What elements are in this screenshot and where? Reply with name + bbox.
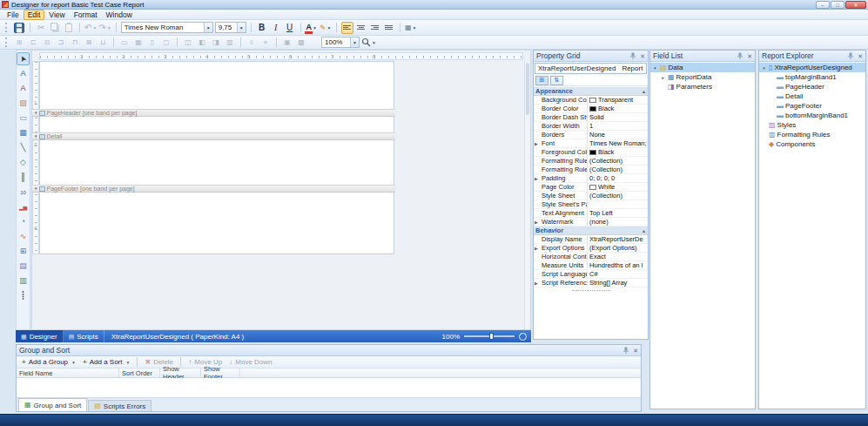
add-a-sort-button[interactable]: +Add a Sort▼: [80, 357, 132, 368]
group-sort-content[interactable]: [17, 378, 641, 397]
cut-button[interactable]: ✂: [35, 22, 47, 34]
make-same-width-button[interactable]: ▭: [118, 37, 131, 49]
menu-file[interactable]: File: [3, 10, 24, 20]
align-left-button[interactable]: [341, 22, 353, 34]
expand-icon[interactable]: ▶: [535, 218, 538, 226]
tree-item-xtrareportuserdesigned[interactable]: ▾▯XtraReportUserDesigned: [759, 63, 865, 72]
property-row[interactable]: ▶Export Options(Export Options): [534, 244, 648, 253]
align-right-edges-button[interactable]: ⊐: [55, 37, 67, 49]
property-row[interactable]: Border Width1: [534, 122, 648, 131]
menu-view[interactable]: View: [44, 10, 69, 20]
tree-item-data[interactable]: ▾▤Data: [650, 63, 755, 72]
paste-button[interactable]: [63, 22, 75, 34]
align-justify-button[interactable]: [383, 22, 395, 34]
property-value[interactable]: String[] Array: [588, 279, 648, 287]
vertical-ruler[interactable]: 1234: [32, 61, 39, 254]
undo-button[interactable]: ↶▼: [84, 22, 97, 34]
tree-item-detail[interactable]: ▬Detail: [759, 91, 865, 101]
property-row[interactable]: Background ColTransparent: [534, 96, 648, 105]
borders-button[interactable]: ▦▼: [405, 22, 417, 34]
zoom-slider[interactable]: [464, 335, 515, 337]
align-tops-button[interactable]: ⊓: [69, 37, 81, 49]
tool-cross-band-line[interactable]: ┋: [17, 289, 30, 302]
tree-item-pagefooter[interactable]: ▬PageFooter: [759, 101, 865, 111]
tree-item-styles[interactable]: ▨Styles: [759, 120, 865, 130]
property-row[interactable]: Page ColorWhite: [534, 183, 648, 192]
decrease-horizontal-spacing-button[interactable]: ◨: [210, 37, 222, 49]
design-surface[interactable]: 12345678 1234 ▾ PageHeader [one band per…: [31, 50, 531, 330]
tree-item-formatting-rules[interactable]: ▥Formatting Rules: [759, 130, 865, 139]
tool-pointer[interactable]: ➤: [17, 52, 30, 65]
tool-table[interactable]: ▦: [17, 126, 30, 139]
tree-item-reportdata[interactable]: ▸▦ReportData: [650, 72, 755, 82]
property-row[interactable]: Script LanguageC#: [534, 270, 648, 279]
align-to-grid-button[interactable]: ⊞: [13, 37, 25, 49]
property-value[interactable]: 1: [588, 122, 648, 130]
property-value[interactable]: (Collection): [588, 166, 648, 173]
tool-label[interactable]: A: [17, 67, 30, 80]
tool-page-info[interactable]: ▥: [17, 274, 30, 287]
save-button[interactable]: [13, 22, 25, 34]
align-left-edges-button[interactable]: ⊏: [27, 37, 39, 49]
category-behavior[interactable]: Behavior▲: [534, 227, 648, 235]
tool-panel[interactable]: ▭: [17, 112, 30, 125]
tool-chart[interactable]: ▂▅: [17, 200, 30, 213]
close-icon[interactable]: ✕: [858, 53, 863, 59]
make-same-height-button[interactable]: ▯: [146, 37, 158, 49]
property-row[interactable]: Style Sheet(Collection): [534, 192, 648, 200]
band-caption-pageheader[interactable]: ▾ PageHeader [one band per page]: [32, 109, 395, 117]
tool-subreport[interactable]: ▤: [17, 260, 30, 273]
property-value[interactable]: Transparent: [588, 96, 648, 104]
property-row[interactable]: ▶Script ReferencString[] Array: [534, 279, 648, 287]
property-value[interactable]: Black: [588, 148, 648, 156]
center-vertically-button[interactable]: ⋄: [259, 37, 272, 49]
horizontal-ruler[interactable]: 12345678: [39, 52, 523, 60]
property-row[interactable]: Border ColorBlack: [534, 105, 648, 113]
align-center-button[interactable]: [355, 22, 367, 34]
tree-item-pageheader[interactable]: ▬PageHeader: [759, 82, 865, 91]
tab-scripts[interactable]: ▤Scripts: [64, 330, 104, 342]
report-page[interactable]: [39, 61, 394, 254]
align-right-button[interactable]: [369, 22, 381, 34]
column-header-show-footer[interactable]: Show Footer: [201, 369, 240, 377]
alphabetical-button[interactable]: ⇅: [550, 76, 563, 85]
tree-item-topmarginband1[interactable]: ▬topMarginBand1: [759, 72, 865, 82]
send-to-back-button[interactable]: ▩: [295, 37, 307, 49]
property-value[interactable]: None: [588, 131, 648, 139]
property-value[interactable]: Top Left: [588, 209, 648, 217]
close-icon[interactable]: ✕: [640, 53, 645, 59]
property-value[interactable]: (Collection): [588, 157, 648, 165]
property-row[interactable]: Style Sheet's Pa: [534, 200, 648, 209]
tab-designer[interactable]: ▦Designer: [16, 330, 64, 342]
categorized-button[interactable]: ⊞: [535, 76, 548, 85]
property-row[interactable]: ▶Watermark(none): [534, 218, 648, 227]
toolbar-grip[interactable]: [5, 23, 8, 32]
vertical-scrollbar[interactable]: [524, 61, 530, 329]
tool-sparkline[interactable]: ∿: [17, 230, 30, 243]
expand-icon[interactable]: ▶: [535, 174, 538, 182]
tool-line[interactable]: ╲: [17, 141, 30, 154]
tool-pivot-grid[interactable]: ⊞: [17, 245, 30, 258]
property-row[interactable]: ▶Padding0; 0; 0; 0: [534, 174, 648, 183]
property-row[interactable]: ▶FontTimes New Roman;: [534, 139, 648, 148]
column-header-sort-order[interactable]: Sort Order: [119, 369, 160, 377]
pin-icon[interactable]: [629, 52, 636, 59]
property-value[interactable]: [588, 200, 648, 208]
collapse-icon[interactable]: ▲: [642, 227, 648, 234]
tab-group-and-sort[interactable]: ▦Group and Sort: [18, 398, 87, 411]
property-row[interactable]: BordersNone: [534, 131, 648, 139]
property-row[interactable]: Text AlignmentTop Left: [534, 209, 648, 218]
menu-edit[interactable]: Edit: [24, 10, 45, 20]
tab-scripts-errors[interactable]: ▤Scripts Errors: [88, 400, 151, 411]
font-color-button[interactable]: A▼: [306, 22, 318, 34]
band-caption-pagefooter[interactable]: ▾ PageFooter [one band per page]: [32, 185, 395, 193]
bring-to-front-button[interactable]: ▣: [281, 37, 293, 49]
remove-horizontal-spacing-button[interactable]: ▥: [224, 37, 236, 49]
zoom-fit-button[interactable]: [519, 333, 527, 341]
maximize-button[interactable]: □: [831, 1, 844, 9]
property-value[interactable]: (Collection): [588, 192, 648, 199]
property-row[interactable]: Formatting Rule(Collection): [534, 166, 648, 174]
category-appearance[interactable]: Appearance▲: [534, 87, 648, 96]
collapse-icon[interactable]: ▲: [642, 87, 648, 95]
bold-button[interactable]: B: [256, 22, 268, 34]
